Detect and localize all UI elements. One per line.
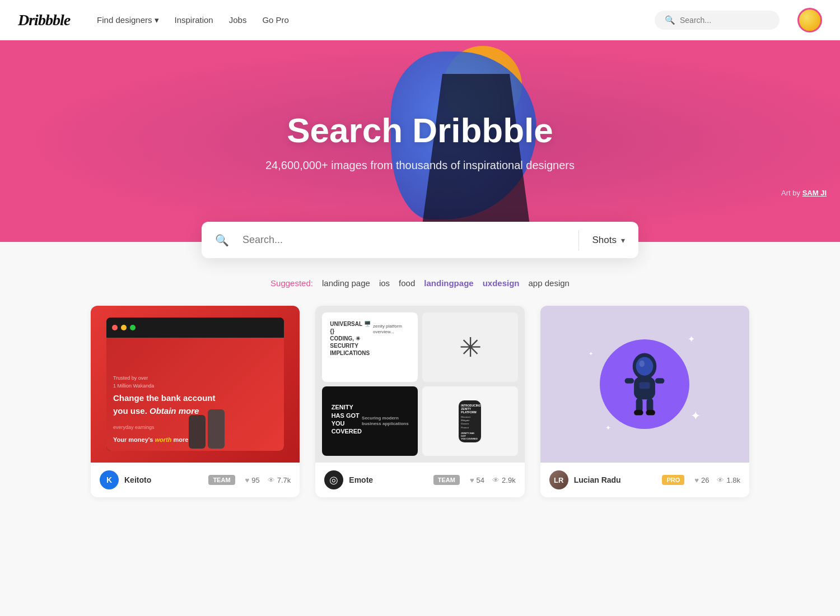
- search-dropdown[interactable]: Shots ▾: [579, 222, 638, 258]
- heart-icon: ♥: [245, 476, 250, 484]
- nav-go-pro[interactable]: Go Pro: [262, 15, 289, 25]
- suggested-label: Suggested:: [270, 278, 313, 288]
- chevron-down-icon: ▾: [155, 15, 159, 25]
- suggested-tag-ios[interactable]: ios: [379, 278, 390, 288]
- svg-point-10: [640, 360, 645, 367]
- likes-stat: ♥ 54: [470, 476, 484, 484]
- svg-rect-9: [640, 382, 650, 389]
- views-stat: 👁 1.8k: [717, 476, 740, 484]
- navbar: Dribbble Find designers ▾ Inspiration Jo…: [0, 0, 840, 40]
- purple-circle: ✦ ✦ ✦ ✦: [600, 339, 689, 429]
- author-avatar: K: [100, 470, 119, 489]
- hero-banner: Search Dribbble 24,600,000+ images from …: [0, 40, 840, 242]
- svg-rect-7: [634, 410, 643, 415]
- art-credit: Art by SAM JI: [781, 189, 827, 197]
- hero-subtitle: 24,600,000+ images from thousands of ins…: [265, 159, 575, 172]
- nav-find-designers[interactable]: Find designers ▾: [97, 15, 158, 25]
- author-badge: TEAM: [433, 475, 460, 485]
- star-icon: ✦: [690, 409, 701, 423]
- brand-logo[interactable]: Dribbble: [18, 11, 70, 29]
- nav-search-input[interactable]: [680, 16, 769, 25]
- eye-icon: 👁: [492, 476, 500, 484]
- suggested-tag-app-design[interactable]: app design: [529, 278, 570, 288]
- shot-card[interactable]: UNIVERSAL 🖥️{}CODING, ✳ SECURITYIMPLICAT…: [315, 306, 524, 497]
- eye-icon: 👁: [717, 476, 724, 484]
- search-bar-section: 🔍 Shots ▾: [0, 222, 840, 258]
- star-icon: ✦: [688, 334, 695, 344]
- nav-search-wrap[interactable]: 🔍: [655, 11, 780, 30]
- views-stat: 👁 7.7k: [268, 476, 291, 484]
- shot-card[interactable]: Trusted by over1 Million Wakanda Change …: [91, 306, 300, 497]
- suggested-tag-food[interactable]: food: [399, 278, 415, 288]
- search-bar-wrap: 🔍 Shots ▾: [202, 222, 638, 258]
- nav-links: Find designers ▾ Inspiration Jobs Go Pro: [97, 15, 637, 25]
- views-count: 7.7k: [277, 476, 291, 484]
- avatar[interactable]: [797, 8, 822, 32]
- suggested-tag-landing-page[interactable]: landing page: [322, 278, 370, 288]
- star-icon: ✦: [605, 424, 611, 432]
- author-avatar: LR: [549, 470, 568, 489]
- svg-rect-4: [655, 378, 665, 383]
- author-name: Lucian Radu: [574, 475, 657, 484]
- nav-inspiration[interactable]: Inspiration: [175, 15, 213, 25]
- author-name: Emote: [349, 475, 427, 484]
- star-icon: ✦: [589, 351, 593, 357]
- svg-rect-8: [646, 410, 656, 415]
- chevron-down-icon: ▾: [621, 236, 625, 245]
- astronaut-svg: [617, 348, 673, 421]
- views-count: 2.9k: [502, 476, 516, 484]
- author-name: Keitoto: [124, 475, 203, 484]
- shot-footer: LR Lucian Radu PRO ♥ 26 👁 1.8k: [540, 463, 749, 497]
- shot-stats: ♥ 54 👁 2.9k: [470, 476, 516, 484]
- heart-icon: ♥: [694, 476, 699, 484]
- svg-point-1: [636, 357, 654, 376]
- likes-count: 26: [701, 476, 709, 484]
- hero-title: Search Dribbble: [287, 110, 553, 150]
- shot-card[interactable]: ✦ ✦ ✦ ✦: [540, 306, 749, 497]
- likes-stat: ♥ 26: [694, 476, 709, 484]
- search-dropdown-label: Shots: [592, 235, 617, 246]
- likes-stat: ♥ 95: [245, 476, 260, 484]
- main-search-input[interactable]: [238, 222, 578, 258]
- svg-rect-3: [625, 378, 634, 383]
- shot-thumbnail: UNIVERSAL 🖥️{}CODING, ✳ SECURITYIMPLICAT…: [315, 306, 524, 463]
- likes-count: 54: [477, 476, 484, 484]
- shot-stats: ♥ 95 👁 7.7k: [245, 476, 291, 484]
- suggested-tag-landingpage[interactable]: landingpage: [424, 278, 473, 288]
- author-badge: TEAM: [208, 475, 235, 485]
- suggested-tag-uxdesign[interactable]: uxdesign: [483, 278, 520, 288]
- shots-grid: Trusted by over1 Million Wakanda Change …: [73, 306, 767, 524]
- nav-jobs[interactable]: Jobs: [229, 15, 247, 25]
- shot-thumbnail: ✦ ✦ ✦ ✦: [540, 306, 749, 463]
- astronaut-illustration: ✦ ✦ ✦ ✦: [582, 321, 707, 447]
- likes-count: 95: [251, 476, 259, 484]
- art-credit-link[interactable]: SAM JI: [802, 189, 827, 197]
- shot-footer: ◎ Emote TEAM ♥ 54 👁 2.9k: [315, 463, 524, 497]
- search-icon: 🔍: [202, 234, 238, 247]
- author-avatar: ◎: [324, 470, 343, 489]
- shot-stats: ♥ 26 👁 1.8k: [694, 476, 740, 484]
- shot-thumbnail: Trusted by over1 Million Wakanda Change …: [91, 306, 300, 463]
- heart-icon: ♥: [470, 476, 474, 484]
- author-badge: PRO: [662, 475, 684, 485]
- views-count: 1.8k: [726, 476, 740, 484]
- shot-footer: K Keitoto TEAM ♥ 95 👁 7.7k: [91, 463, 300, 497]
- search-icon: 🔍: [665, 15, 675, 25]
- eye-icon: 👁: [268, 476, 275, 484]
- suggested-tags-row: Suggested: landing page ios food landing…: [0, 278, 840, 288]
- views-stat: 👁 2.9k: [492, 476, 516, 484]
